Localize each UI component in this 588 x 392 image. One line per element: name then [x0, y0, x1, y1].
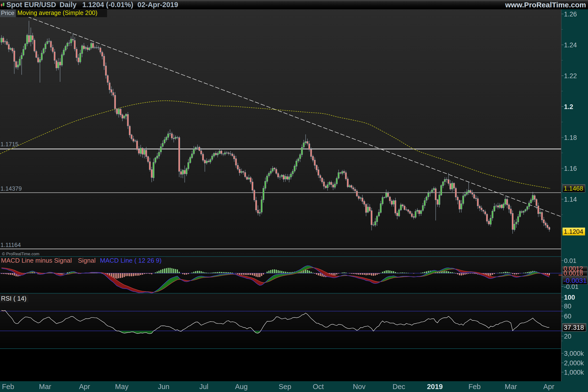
svg-text:2,000k: 2,000k [564, 360, 584, 367]
svg-text:1.22: 1.22 [564, 72, 577, 80]
svg-text:Mar: Mar [505, 383, 517, 390]
svg-text:1.1204 (-0.01%): 1.1204 (-0.01%) [82, 1, 133, 8]
svg-text:Aug: Aug [235, 383, 248, 390]
svg-text:2019: 2019 [427, 383, 443, 390]
svg-text:1.24: 1.24 [564, 42, 577, 49]
svg-text:© ProRealTime.com: © ProRealTime.com [2, 252, 40, 256]
svg-text:Dec: Dec [392, 383, 405, 390]
svg-text:80: 80 [564, 302, 571, 310]
svg-text:RSI ( 14): RSI ( 14) [1, 295, 26, 302]
svg-text:1.16: 1.16 [564, 165, 577, 172]
svg-text:Signal: Signal [78, 257, 96, 264]
svg-text:Oct: Oct [312, 383, 324, 390]
svg-text:1.2: 1.2 [564, 103, 573, 110]
svg-text:20: 20 [564, 333, 571, 340]
svg-text:37.318: 37.318 [564, 324, 584, 331]
svg-text:1,000k: 1,000k [564, 369, 584, 376]
svg-text:1.1204: 1.1204 [564, 228, 583, 235]
svg-text:Price: Price [1, 10, 14, 16]
svg-text:Feb: Feb [2, 383, 14, 390]
svg-text:-0.0031: -0.0031 [564, 277, 587, 284]
svg-text:Feb: Feb [468, 383, 481, 390]
svg-text:May: May [115, 383, 128, 390]
svg-text:1.14: 1.14 [564, 196, 577, 203]
svg-text:Mar: Mar [39, 383, 51, 390]
svg-text:Sep: Sep [278, 383, 291, 390]
svg-text:1.26: 1.26 [564, 10, 577, 18]
svg-text:1.18: 1.18 [564, 134, 577, 141]
svg-text:www.ProRealTime.com: www.ProRealTime.com [505, 1, 586, 9]
svg-text:1.1715: 1.1715 [0, 141, 18, 148]
svg-text:Daily: Daily [60, 1, 76, 8]
svg-text:Apr: Apr [79, 383, 90, 390]
svg-text:100: 100 [564, 294, 575, 301]
svg-text:1.14379: 1.14379 [0, 185, 22, 192]
svg-text:02-Apr-2019: 02-Apr-2019 [138, 1, 178, 8]
svg-text:Moving average (Simple 200): Moving average (Simple 200) [18, 9, 98, 16]
svg-text:MACD Line ( 12 26 9): MACD Line ( 12 26 9) [100, 257, 162, 264]
svg-text:1.11164: 1.11164 [0, 242, 21, 248]
svg-text:Nov: Nov [353, 383, 366, 390]
svg-text:Jul: Jul [199, 383, 208, 390]
svg-text:1.1468: 1.1468 [564, 185, 583, 192]
svg-text:0.0018: 0.0018 [564, 270, 583, 277]
svg-text:60: 60 [564, 312, 571, 320]
svg-text:Apr: Apr [543, 383, 554, 390]
svg-text:0.01: 0.01 [564, 257, 576, 264]
svg-text:MACD Line minus Signal: MACD Line minus Signal [1, 257, 72, 264]
svg-text:Spot EUR/USD: Spot EUR/USD [6, 1, 56, 8]
svg-text:3,000k: 3,000k [564, 350, 584, 357]
svg-text:Jun: Jun [158, 383, 170, 390]
